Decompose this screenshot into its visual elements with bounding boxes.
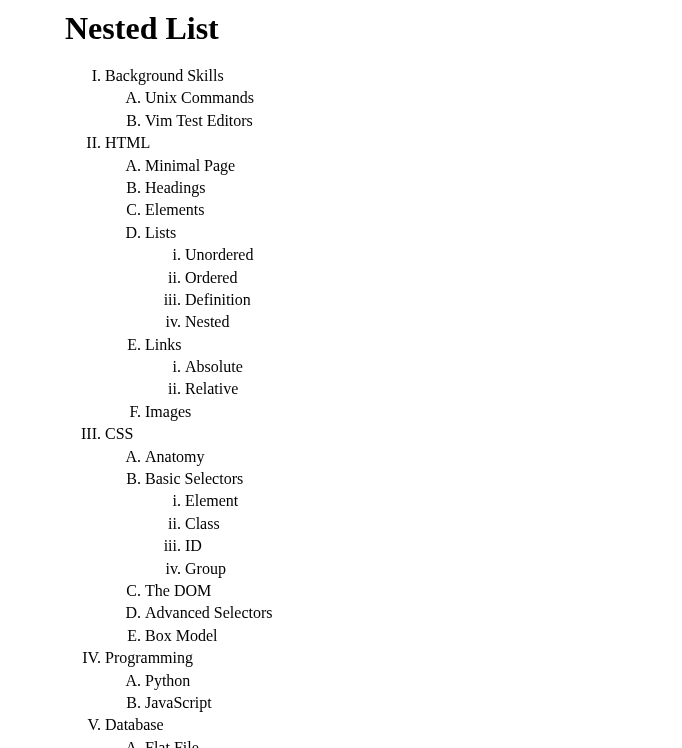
- list-item: Python: [145, 670, 672, 692]
- list-item-label: Absolute: [185, 358, 243, 375]
- sublist: UnorderedOrderedDefinitionNested: [145, 244, 672, 334]
- list-item: HTMLMinimal PageHeadingsElementsListsUno…: [105, 132, 672, 423]
- list-item: ListsUnorderedOrderedDefinitionNested: [145, 222, 672, 334]
- list-item-label: JavaScript: [145, 694, 212, 711]
- sublist: Flat FileRelational: [105, 737, 672, 748]
- list-item-label: Headings: [145, 179, 205, 196]
- list-item-label: The DOM: [145, 582, 211, 599]
- list-item-label: Python: [145, 672, 190, 689]
- list-item-label: Database: [105, 716, 164, 733]
- list-item: Unordered: [185, 244, 672, 266]
- list-item-label: Programming: [105, 649, 193, 666]
- list-item-label: Basic Selectors: [145, 470, 243, 487]
- list-item-label: Definition: [185, 291, 251, 308]
- list-item-label: Element: [185, 492, 238, 509]
- list-item-label: Nested: [185, 313, 229, 330]
- list-item: Definition: [185, 289, 672, 311]
- list-item-label: Unix Commands: [145, 89, 254, 106]
- list-item: Element: [185, 490, 672, 512]
- sublist: AnatomyBasic SelectorsElementClassIDGrou…: [105, 446, 672, 648]
- list-item: ProgrammingPythonJavaScript: [105, 647, 672, 714]
- list-item: ID: [185, 535, 672, 557]
- list-item: LinksAbsoluteRelative: [145, 334, 672, 401]
- list-item: Minimal Page: [145, 155, 672, 177]
- list-item-label: Box Model: [145, 627, 217, 644]
- sublist: Unix CommandsVim Test Editors: [105, 87, 672, 132]
- list-item-label: Flat File: [145, 739, 199, 748]
- list-item: Headings: [145, 177, 672, 199]
- list-item-label: Background Skills: [105, 67, 224, 84]
- list-item: Ordered: [185, 267, 672, 289]
- list-item: Anatomy: [145, 446, 672, 468]
- list-item-label: Ordered: [185, 269, 237, 286]
- list-item: Background SkillsUnix CommandsVim Test E…: [105, 65, 672, 132]
- list-item-label: Images: [145, 403, 191, 420]
- list-item: Nested: [185, 311, 672, 333]
- list-item: CSSAnatomyBasic SelectorsElementClassIDG…: [105, 423, 672, 647]
- outline-root: Background SkillsUnix CommandsVim Test E…: [65, 65, 672, 748]
- list-item-label: ID: [185, 537, 202, 554]
- list-item-label: Links: [145, 336, 181, 353]
- sublist: AbsoluteRelative: [145, 356, 672, 401]
- list-item-label: HTML: [105, 134, 150, 151]
- list-item: Basic SelectorsElementClassIDGroup: [145, 468, 672, 580]
- list-item: Box Model: [145, 625, 672, 647]
- list-item: Flat File: [145, 737, 672, 748]
- list-item-label: Relative: [185, 380, 238, 397]
- list-item: Relative: [185, 378, 672, 400]
- list-item: Absolute: [185, 356, 672, 378]
- list-item-label: Minimal Page: [145, 157, 235, 174]
- page-title: Nested List: [65, 10, 672, 47]
- list-item-label: Group: [185, 560, 226, 577]
- sublist: PythonJavaScript: [105, 670, 672, 715]
- sublist: ElementClassIDGroup: [145, 490, 672, 580]
- list-item-label: Elements: [145, 201, 205, 218]
- list-item: Class: [185, 513, 672, 535]
- sublist: Minimal PageHeadingsElementsListsUnorder…: [105, 155, 672, 424]
- list-item: Elements: [145, 199, 672, 221]
- list-item-label: Lists: [145, 224, 176, 241]
- list-item-label: Unordered: [185, 246, 253, 263]
- list-item-label: Anatomy: [145, 448, 205, 465]
- list-item: DatabaseFlat FileRelational: [105, 714, 672, 748]
- list-item-label: CSS: [105, 425, 133, 442]
- list-item: Advanced Selectors: [145, 602, 672, 624]
- list-item-label: Advanced Selectors: [145, 604, 273, 621]
- list-item: The DOM: [145, 580, 672, 602]
- list-item: JavaScript: [145, 692, 672, 714]
- list-item-label: Class: [185, 515, 220, 532]
- list-item: Images: [145, 401, 672, 423]
- list-item: Unix Commands: [145, 87, 672, 109]
- list-item: Group: [185, 558, 672, 580]
- list-item: Vim Test Editors: [145, 110, 672, 132]
- list-item-label: Vim Test Editors: [145, 112, 253, 129]
